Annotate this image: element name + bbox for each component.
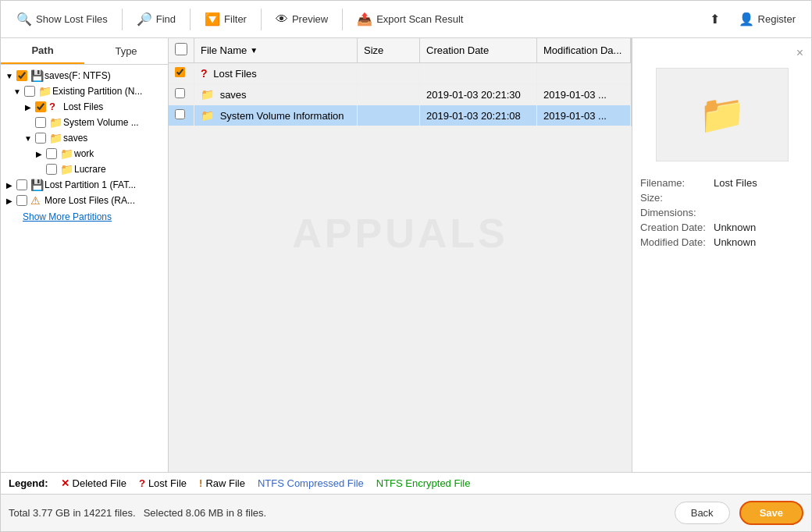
tree-item-lost-partition[interactable]: ▶ 💾 Lost Partition 1 (FAT... — [1, 177, 168, 193]
row-label-1: Lost Files — [213, 68, 257, 80]
legend-deleted-item: ✕ Deleted File — [61, 477, 126, 489]
tree-label-lost-partition: Lost Partition 1 (FAT... — [45, 179, 136, 190]
filename-label: Filename: — [640, 177, 710, 189]
checkbox-row-3[interactable] — [175, 109, 185, 119]
folder-icon-saves: 📁 — [49, 132, 62, 144]
tree-item-lucrare[interactable]: ▶ 📁 Lucrare — [1, 161, 168, 177]
row-name-2: 📁 saves — [194, 84, 358, 105]
row-modification-2: 2019-01-03 ... — [537, 84, 631, 105]
dimensions-label: Dimensions: — [640, 207, 710, 218]
show-lost-files-button[interactable]: 🔍 Show Lost Files — [9, 8, 116, 30]
table-row[interactable]: ? Lost Files — [169, 63, 631, 84]
drive-icon-root: 💾 — [30, 69, 43, 82]
preview-panel: × 📁 Filename: Lost Files Size: Dimension… — [632, 38, 811, 472]
file-table: File Name ▼ Size Creation Date — [169, 38, 631, 126]
table-row[interactable]: 📁 System Volume Information 2019-01-03 2… — [169, 105, 631, 126]
row-modification-3: 2019-01-03 ... — [537, 105, 631, 126]
checkbox-lost-files[interactable] — [35, 101, 46, 112]
checkbox-root[interactable] — [16, 70, 27, 81]
right-panel: APPUALS File Name ▼ — [169, 38, 811, 472]
size-label: Size: — [640, 192, 710, 204]
checkbox-lucrare[interactable] — [46, 164, 57, 175]
register-button[interactable]: 👤 Register — [731, 8, 803, 30]
checkbox-lost-partition[interactable] — [16, 179, 27, 190]
tree-item-lost-files[interactable]: ▶ ? Lost Files — [1, 99, 168, 115]
back-button[interactable]: Back — [675, 502, 730, 524]
tree-item-work[interactable]: ▶ 📁 work — [1, 146, 168, 161]
filter-button[interactable]: 🔽 Filter — [197, 8, 255, 30]
table-row[interactable]: 📁 saves 2019-01-03 20:21:30 2019-01-03 .… — [169, 84, 631, 105]
show-lost-files-icon: 🔍 — [16, 12, 32, 27]
th-file-name[interactable]: File Name ▼ — [194, 38, 358, 63]
show-more-partitions[interactable]: Show More Partitions — [1, 208, 168, 225]
checkbox-existing[interactable] — [24, 86, 35, 97]
export-scan-result-button[interactable]: 📤 Export Scan Result — [349, 8, 471, 30]
folder-icon-work: 📁 — [60, 147, 73, 160]
row-label-3: System Volume Information — [220, 110, 344, 122]
th-creation[interactable]: Creation Date — [420, 38, 537, 63]
checkbox-work[interactable] — [46, 148, 57, 159]
total-text: Total 3.77 GB in 14221 files. — [9, 507, 136, 519]
status-text: Total 3.77 GB in 14221 files. Selected 8… — [9, 507, 665, 519]
file-table-container[interactable]: File Name ▼ Size Creation Date — [169, 38, 632, 126]
tree-label-lost-files: Lost Files — [63, 101, 103, 112]
file-name-col-label: File Name — [201, 44, 247, 56]
expand-saves[interactable]: ▼ — [23, 133, 34, 144]
checkbox-system-volume[interactable] — [35, 117, 46, 128]
row-check-3[interactable] — [169, 105, 194, 126]
lost-file-icon-1: ? — [201, 67, 208, 80]
row-label-2: saves — [220, 89, 247, 101]
row-check-1[interactable] — [169, 63, 194, 84]
legend-bar: Legend: ✕ Deleted File ? Lost File ! Raw… — [1, 472, 811, 494]
row-check-2[interactable] — [169, 84, 194, 105]
save-button[interactable]: Save — [739, 501, 803, 525]
legend-lost-item: ? Lost File — [139, 477, 187, 489]
checkbox-row-1[interactable] — [175, 67, 185, 77]
find-button[interactable]: 🔎 Find — [129, 8, 183, 30]
divider-3 — [261, 9, 262, 30]
row-name-1: ? Lost Files — [194, 63, 358, 84]
expand-lost-files[interactable]: ▶ — [23, 101, 34, 112]
checkbox-row-2[interactable] — [175, 88, 185, 98]
share-button[interactable]: ⬆ — [702, 8, 728, 30]
header-checkbox[interactable] — [175, 43, 187, 55]
main-area: Path Type ▼ 💾 saves(F: NTFS) ▼ 📁 Existin… — [1, 38, 811, 472]
row-size-3 — [358, 105, 420, 126]
sort-icon-name: ▼ — [250, 46, 258, 55]
tree-item-more-lost[interactable]: ▶ ⚠ More Lost Files (RA... — [1, 193, 168, 208]
checkbox-saves[interactable] — [35, 133, 46, 144]
close-preview-button[interactable]: × — [796, 46, 803, 60]
tab-type[interactable]: Type — [84, 38, 168, 64]
modified-date-value: Unknown — [714, 236, 756, 248]
expand-lost-partition[interactable]: ▶ — [4, 179, 15, 190]
legend-ntfs-comp-item: NTFS Compressed File — [258, 477, 364, 489]
preview-info: Filename: Lost Files Size: Dimensions: C… — [640, 177, 803, 248]
tree-item-existing[interactable]: ▼ 📁 Existing Partition (N... — [1, 83, 168, 99]
legend-title: Legend: — [9, 477, 48, 489]
selected-text: Selected 8.06 MB in 8 files. — [144, 507, 267, 519]
tree-label-system-volume: System Volume ... — [63, 117, 139, 128]
size-col-label: Size — [364, 44, 383, 56]
th-size[interactable]: Size — [358, 38, 420, 63]
creation-date-col-label: Creation Date — [426, 44, 489, 56]
expand-more-lost[interactable]: ▶ — [4, 195, 15, 206]
find-label: Find — [156, 13, 176, 25]
expand-root[interactable]: ▼ — [4, 70, 15, 81]
expand-existing[interactable]: ▼ — [12, 86, 23, 97]
creation-date-label: Creation Date: — [640, 222, 710, 233]
tab-path[interactable]: Path — [1, 38, 84, 64]
deleted-symbol: ✕ — [61, 477, 69, 489]
th-modification[interactable]: Modification Da... — [537, 38, 631, 63]
expand-work[interactable]: ▶ — [34, 148, 45, 159]
tree-label-root: saves(F: NTFS) — [45, 70, 111, 81]
drive-icon-lost-partition: 💾 — [30, 179, 43, 191]
divider-4 — [342, 9, 343, 30]
preview-button[interactable]: 👁 Preview — [268, 9, 336, 30]
tree-item-root[interactable]: ▼ 💾 saves(F: NTFS) — [1, 68, 168, 83]
preview-image: 📁 — [656, 68, 789, 161]
tree-item-saves[interactable]: ▼ 📁 saves — [1, 130, 168, 146]
modification-date-col-label: Modification Da... — [543, 44, 621, 56]
th-check — [169, 38, 194, 63]
tree-item-system-volume[interactable]: ▶ 📁 System Volume ... — [1, 115, 168, 130]
checkbox-more-lost[interactable] — [16, 195, 27, 206]
